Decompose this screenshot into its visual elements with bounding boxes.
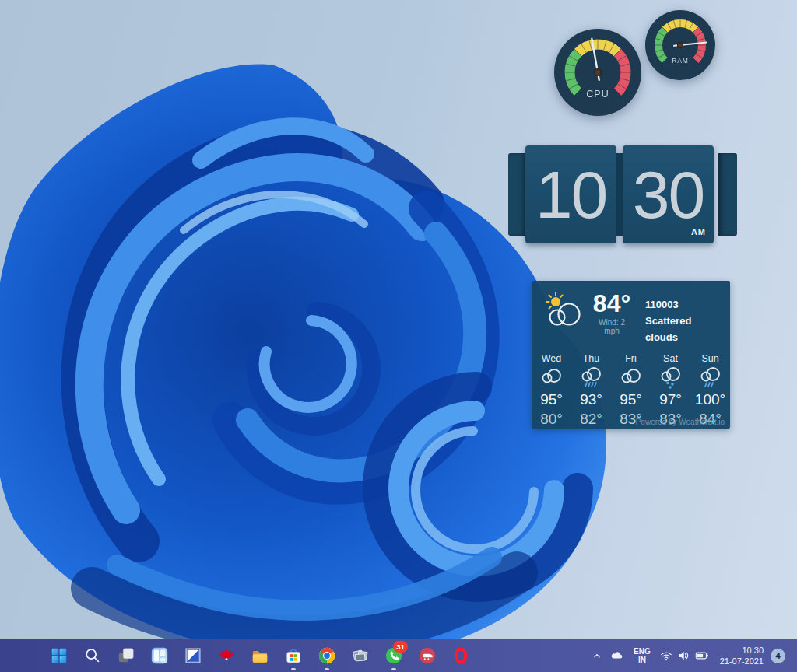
cloudy-icon — [618, 366, 644, 390]
onedrive-cloud-icon — [609, 649, 624, 663]
notification-count-badge[interactable]: 4 — [771, 649, 785, 663]
clock-widget[interactable]: 10 30 AM — [508, 145, 737, 243]
photos-button[interactable] — [343, 639, 377, 672]
taskbar-app-row: 31 — [42, 639, 477, 672]
wifi-button[interactable] — [658, 642, 675, 669]
forecast-row: Wed 95° 80° Thu 93° — [532, 353, 730, 428]
photo-viewer-button[interactable] — [176, 639, 209, 672]
rail-app-button[interactable] — [410, 639, 444, 672]
taskbar: 31 — [0, 639, 797, 672]
search-button[interactable] — [75, 639, 109, 672]
tray-date: 21-07-2021 — [720, 656, 764, 667]
clock-left-tab — [508, 153, 527, 236]
cpu-gauge-hub — [595, 69, 601, 75]
chrome-button[interactable] — [310, 639, 343, 672]
cloudy-icon — [539, 366, 565, 390]
train-app-icon — [418, 646, 437, 665]
start-button[interactable] — [42, 639, 75, 672]
diagonal-split-app-icon — [184, 646, 202, 665]
opera-icon — [451, 646, 470, 665]
volume-button[interactable] — [675, 642, 692, 669]
speaker-icon — [676, 649, 690, 663]
language-indicator[interactable]: ENG IN — [634, 647, 651, 665]
location-code: 110003 — [645, 297, 724, 313]
wifi-icon — [659, 649, 673, 663]
file-explorer-button[interactable] — [243, 639, 276, 672]
desktop[interactable]: CPU RAM 10 30 AM — [0, 0, 797, 672]
battery-button[interactable] — [692, 642, 712, 669]
forecast-day: Fri 95° 83° — [611, 353, 651, 428]
whatsapp-unread-badge: 31 — [393, 641, 408, 653]
onedrive-button[interactable] — [606, 642, 627, 669]
battery-icon — [694, 648, 710, 663]
ram-gauge-label: RAM — [672, 57, 688, 65]
task-view-button[interactable] — [109, 639, 142, 672]
forecast-day: Sat 97° 83° — [651, 353, 690, 428]
whatsapp-button[interactable]: 31 — [377, 639, 410, 672]
rain-icon — [697, 366, 724, 390]
windows-logo-icon — [50, 646, 68, 665]
weather-current: 84° Wind: 2 mph 110003 Scattered clouds — [532, 281, 730, 345]
forecast-day: Wed 95° 80° — [532, 353, 571, 428]
chevron-up-icon — [591, 649, 603, 662]
clock-meridiem: AM — [691, 227, 706, 236]
huawei-flower-icon — [217, 646, 236, 665]
current-temperature: 84° — [591, 291, 633, 316]
tray-chevron-button[interactable] — [588, 642, 606, 669]
clock-hour: 10 — [535, 156, 607, 233]
opera-button[interactable] — [444, 639, 477, 672]
running-indicator — [391, 668, 396, 670]
task-view-icon — [117, 646, 135, 665]
tray-time: 10:30 — [720, 645, 764, 656]
clock-right-tab — [718, 153, 737, 236]
tray-clock[interactable]: 10:30 21-07-2021 — [720, 645, 764, 667]
microsoft-store-icon — [284, 646, 303, 665]
chrome-icon — [318, 646, 336, 665]
system-tray: ENG IN — [588, 639, 797, 672]
weather-widget[interactable]: 84° Wind: 2 mph 110003 Scattered clouds … — [532, 281, 730, 429]
photos-collage-icon — [351, 646, 370, 665]
running-indicator — [291, 668, 296, 670]
widgets-icon — [150, 646, 169, 665]
clock-hour-panel: 10 — [525, 145, 616, 243]
running-indicator — [325, 668, 329, 670]
drizzle-icon — [658, 366, 684, 390]
forecast-day: Sun 100° 84° — [690, 353, 730, 428]
rain-icon — [578, 366, 605, 390]
forecast-day: Thu 93° 82° — [571, 353, 611, 428]
cpu-gauge-widget[interactable]: CPU — [551, 26, 644, 119]
search-icon — [83, 646, 102, 665]
ram-gauge-widget[interactable]: RAM — [643, 8, 718, 82]
microsoft-store-button[interactable] — [276, 639, 310, 672]
clock-minute: 30 — [633, 156, 704, 233]
ram-gauge-hub — [678, 43, 683, 48]
current-wind: Wind: 2 mph — [591, 318, 633, 335]
clock-minute-panel: 30 AM — [623, 145, 714, 243]
weather-condition: Scattered clouds — [645, 313, 724, 346]
widgets-button[interactable] — [142, 639, 176, 672]
weather-attribution[interactable]: Powered by Weatherbit.io — [636, 418, 725, 426]
cpu-gauge-label: CPU — [586, 89, 609, 100]
huawei-hisuite-button[interactable] — [209, 639, 243, 672]
sun-behind-clouds-icon — [541, 291, 586, 331]
file-explorer-icon — [251, 646, 269, 665]
